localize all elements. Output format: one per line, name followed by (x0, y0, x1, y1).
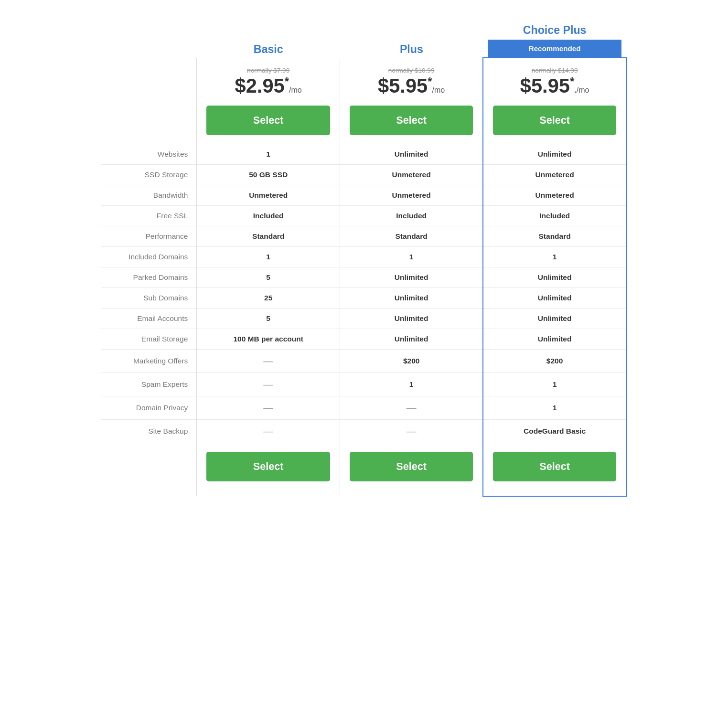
plus-feature-value: Unlimited (340, 144, 483, 164)
feature-row: Parked Domains5UnlimitedUnlimited (101, 267, 626, 287)
plus-select-button-top[interactable]: Select (350, 106, 473, 135)
feature-row: Marketing Offers—$200$200 (101, 349, 626, 373)
basic-feature-value: 1 (197, 246, 340, 267)
plus-asterisk: * (428, 75, 432, 88)
basic-dash: — (263, 379, 273, 390)
choice-value: Unlimited (538, 294, 572, 302)
basic-value: 100 MB per account (233, 335, 303, 343)
choice-bottom-select-cell: Select (483, 443, 626, 496)
plus-select-button-bottom[interactable]: Select (350, 452, 473, 481)
bottom-label-cell (101, 443, 197, 496)
plus-name-cell: Plus (340, 19, 483, 58)
top-select-row: Select Select Select (101, 99, 626, 144)
choice-name-cell: Choice Plus Recommended (483, 19, 626, 58)
basic-feature-value: Included (197, 205, 340, 226)
plus-price-value: $5.95 (378, 75, 428, 97)
feature-label: Parked Domains (101, 267, 197, 287)
choice-feature-value: Standard (483, 226, 626, 246)
feature-label: Websites (101, 144, 197, 164)
plus-dash: — (407, 426, 417, 437)
basic-dash: — (263, 402, 273, 413)
choice-value: 1 (553, 404, 557, 412)
basic-feature-value: Unmetered (197, 185, 340, 205)
price-row: normally $7.99 $2.95*/mo normally $10.99… (101, 58, 626, 99)
choice-value: Unlimited (538, 150, 572, 158)
feature-label: Spam Experts (101, 373, 197, 396)
plus-feature-value: Standard (340, 226, 483, 246)
feature-label: Domain Privacy (101, 396, 197, 419)
choice-asterisk: * (570, 75, 574, 88)
choice-normally: normally $14.99 (488, 67, 621, 74)
plus-price: $5.95*/mo (378, 75, 445, 97)
basic-value: 1 (266, 150, 270, 158)
plus-feature-value: Unlimited (340, 287, 483, 308)
feature-row: SSD Storage50 GB SSDUnmeteredUnmetered (101, 164, 626, 185)
basic-dash: — (263, 426, 273, 437)
feature-row: Included Domains111 (101, 246, 626, 267)
basic-select-button-bottom[interactable]: Select (206, 452, 330, 481)
basic-select-button-top[interactable]: Select (206, 106, 330, 135)
choice-value: 1 (553, 380, 557, 388)
plus-feature-value: 1 (340, 246, 483, 267)
basic-per-mo: /mo (289, 86, 302, 94)
choice-feature-value: 1 (483, 373, 626, 396)
plus-feature-value: Unmetered (340, 164, 483, 185)
choice-select-cell: Select (483, 99, 626, 144)
basic-value: Unmetered (249, 191, 288, 199)
plus-feature-value: $200 (340, 349, 483, 373)
basic-feature-value: 25 (197, 287, 340, 308)
plus-feature-value: 1 (340, 373, 483, 396)
basic-feature-value: 1 (197, 144, 340, 164)
basic-value: 50 GB SSD (249, 170, 288, 179)
pricing-wrapper: Basic Plus Choice Plus Recommended norma… (101, 19, 627, 497)
choice-value: CodeGuard Basic (524, 427, 586, 435)
feature-label: Bandwidth (101, 185, 197, 205)
plus-feature-value: Unlimited (340, 308, 483, 329)
plus-value: Unmetered (392, 170, 431, 179)
plus-value: Unlimited (395, 273, 428, 281)
basic-normally: normally $7.99 (202, 67, 335, 74)
plus-value: Unlimited (395, 294, 428, 302)
basic-price-cell: normally $7.99 $2.95*/mo (197, 58, 340, 99)
basic-price-value: $2.95 (235, 75, 285, 97)
basic-value: Included (253, 212, 284, 220)
choice-value: Standard (539, 232, 571, 240)
feature-label: Email Accounts (101, 308, 197, 329)
choice-feature-value: 1 (483, 396, 626, 419)
feature-row: Sub Domains25UnlimitedUnlimited (101, 287, 626, 308)
choice-value: Unlimited (538, 273, 572, 281)
basic-value: Standard (252, 232, 284, 240)
choice-feature-value: $200 (483, 349, 626, 373)
pricing-table: Basic Plus Choice Plus Recommended norma… (101, 19, 627, 497)
basic-value: 1 (266, 253, 270, 261)
choice-value: Included (539, 212, 570, 220)
plus-value: Included (396, 212, 427, 220)
feature-label: Performance (101, 226, 197, 246)
basic-feature-value: 5 (197, 308, 340, 329)
choice-select-button-bottom[interactable]: Select (493, 452, 616, 481)
bottom-select-row: SelectSelectSelect (101, 443, 626, 496)
feature-label: Sub Domains (101, 287, 197, 308)
feature-row: Spam Experts—11 (101, 373, 626, 396)
plus-value: Unlimited (395, 150, 428, 158)
choice-feature-value: Unlimited (483, 329, 626, 349)
choice-value: $200 (546, 357, 563, 365)
feature-label: SSD Storage (101, 164, 197, 185)
choice-select-button-top[interactable]: Select (493, 106, 616, 135)
basic-bottom-select-cell: Select (197, 443, 340, 496)
choice-feature-value: Unlimited (483, 267, 626, 287)
choice-feature-value: Included (483, 205, 626, 226)
basic-plan-name: Basic (254, 43, 283, 55)
basic-feature-value: — (197, 349, 340, 373)
plus-bottom-select-cell: Select (340, 443, 483, 496)
basic-select-cell: Select (197, 99, 340, 144)
basic-feature-value: — (197, 373, 340, 396)
feature-row: Websites1UnlimitedUnlimited (101, 144, 626, 164)
basic-asterisk: * (285, 75, 289, 88)
label-header (101, 19, 197, 58)
plus-feature-value: Unlimited (340, 267, 483, 287)
plus-value: Unlimited (395, 314, 428, 322)
feature-row: Email Storage100 MB per accountUnlimited… (101, 329, 626, 349)
plus-select-cell: Select (340, 99, 483, 144)
feature-row: BandwidthUnmeteredUnmeteredUnmetered (101, 185, 626, 205)
